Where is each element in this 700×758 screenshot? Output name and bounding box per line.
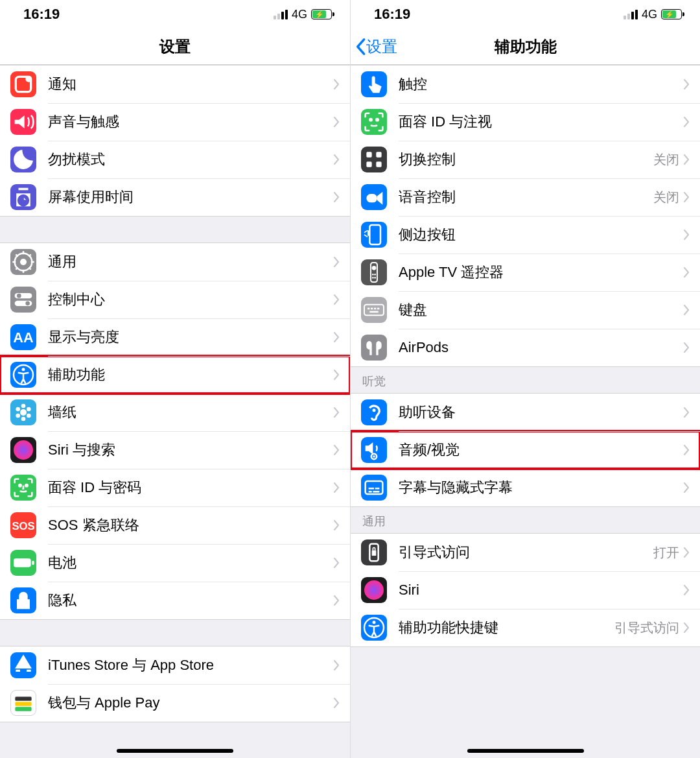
chevron-right-icon <box>683 547 690 558</box>
svg-point-14 <box>27 414 31 418</box>
svg-point-20 <box>25 484 27 486</box>
settings-row[interactable]: 面容 ID 与密码 <box>0 469 350 506</box>
faceid-attention-icon <box>361 109 387 135</box>
settings-row[interactable]: 切换控制关闭 <box>351 141 700 178</box>
svg-rect-24 <box>15 697 31 701</box>
svg-rect-57 <box>372 551 377 556</box>
status-right: 4G ⚡ <box>624 8 682 21</box>
row-label: SOS 紧急联络 <box>48 515 333 535</box>
chevron-right-icon <box>333 331 340 343</box>
settings-row[interactable]: AA显示与亮度 <box>0 318 350 356</box>
row-detail: 关闭 <box>653 189 679 206</box>
row-label: 音频/视觉 <box>399 440 683 460</box>
svg-point-27 <box>369 119 371 121</box>
chevron-right-icon <box>683 191 690 203</box>
row-label: 切换控制 <box>399 150 653 169</box>
settings-row[interactable]: 触控 <box>351 65 700 103</box>
sos-icon: SOS <box>10 512 36 538</box>
chevron-right-icon <box>333 369 340 381</box>
svg-point-16 <box>16 414 20 418</box>
svg-rect-25 <box>15 702 31 705</box>
chevron-right-icon <box>333 659 340 671</box>
settings-row[interactable]: 勿扰模式 <box>0 141 350 178</box>
chevron-right-icon <box>683 304 690 316</box>
group-header-hearing: 听觉 <box>351 367 700 393</box>
settings-row[interactable]: 钱包与 Apple Pay <box>0 684 350 722</box>
settings-row[interactable]: 墙纸 <box>0 394 350 431</box>
settings-row[interactable]: iTunes Store 与 App Store <box>0 646 350 684</box>
svg-point-12 <box>21 404 26 409</box>
settings-row[interactable]: 控制中心 <box>0 281 350 318</box>
row-label: Apple TV 遥控器 <box>399 263 683 282</box>
status-time: 16:19 <box>374 6 410 23</box>
chevron-right-icon <box>333 78 340 90</box>
row-label: 辅助功能快捷键 <box>399 618 614 637</box>
settings-row[interactable]: 语音控制关闭 <box>351 178 700 216</box>
svg-rect-36 <box>371 263 377 282</box>
row-label: 键盘 <box>399 300 683 320</box>
display-icon: AA <box>10 324 36 350</box>
settings-row[interactable]: 声音与触感 <box>0 103 350 141</box>
settings-row[interactable]: 面容 ID 与注视 <box>351 103 700 141</box>
settings-row[interactable]: 屏幕使用时间 <box>0 178 350 216</box>
svg-rect-47 <box>369 311 378 313</box>
settings-row[interactable]: 引导式访问打开 <box>351 534 700 571</box>
back-label: 设置 <box>366 36 397 57</box>
svg-point-18 <box>14 440 33 460</box>
svg-rect-46 <box>377 308 379 310</box>
chevron-right-icon <box>333 697 340 709</box>
chevron-right-icon <box>333 294 340 305</box>
chevron-right-icon <box>333 256 340 268</box>
svg-text:SOS: SOS <box>12 520 34 532</box>
svg-rect-52 <box>369 488 374 490</box>
row-label: 引导式访问 <box>399 543 653 562</box>
row-label: 电池 <box>48 553 333 573</box>
settings-row[interactable]: SOSSOS 紧急联络 <box>0 506 350 544</box>
home-indicator[interactable] <box>117 749 233 753</box>
row-label: 隐私 <box>48 591 333 610</box>
settings-row[interactable]: 侧边按钮 <box>351 216 700 254</box>
svg-point-39 <box>374 274 376 276</box>
svg-rect-29 <box>366 152 371 157</box>
row-label: 面容 ID 与密码 <box>48 478 333 497</box>
settings-row[interactable]: 键盘 <box>351 291 700 329</box>
row-label: 侧边按钮 <box>399 225 683 244</box>
row-label: 语音控制 <box>399 187 653 207</box>
settings-row[interactable]: Apple TV 遥控器 <box>351 254 700 291</box>
chevron-left-icon <box>355 38 366 56</box>
svg-point-37 <box>372 266 377 270</box>
side-button-icon <box>361 222 387 248</box>
airpods-icon <box>361 335 387 361</box>
svg-point-17 <box>16 407 20 412</box>
settings-row[interactable]: 辅助功能快捷键引导式访问 <box>351 609 700 646</box>
back-button[interactable]: 设置 <box>355 29 397 64</box>
status-right: 4G ⚡ <box>274 8 332 21</box>
settings-row[interactable]: Siri 与搜索 <box>0 431 350 469</box>
home-indicator[interactable] <box>467 749 584 753</box>
app-store-icon <box>10 652 36 678</box>
settings-row[interactable]: 通用 <box>0 243 350 281</box>
settings-row[interactable]: 通知 <box>0 65 350 103</box>
settings-row[interactable]: Siri <box>351 571 700 609</box>
nav-bar: 设置 辅助功能 <box>351 29 700 65</box>
settings-row[interactable]: AirPods <box>351 329 700 366</box>
sounds-icon <box>10 109 36 135</box>
svg-point-48 <box>373 409 376 412</box>
network-label: 4G <box>642 8 657 21</box>
settings-list[interactable]: 通知声音与触感勿扰模式屏幕使用时间 通用控制中心AA显示与亮度辅助功能墙纸Sir… <box>0 65 350 758</box>
settings-row[interactable]: 音频/视觉 <box>351 431 700 469</box>
settings-row[interactable]: 隐私 <box>0 582 350 619</box>
svg-rect-22 <box>14 558 31 567</box>
svg-rect-44 <box>371 308 373 310</box>
chevron-right-icon <box>683 342 690 353</box>
chevron-right-icon <box>333 191 340 203</box>
settings-row[interactable]: 辅助功能 <box>0 356 350 394</box>
accessibility-list[interactable]: 触控面容 ID 与注视切换控制关闭语音控制关闭侧边按钮Apple TV 遥控器键… <box>351 65 700 758</box>
settings-row[interactable]: 助听设备 <box>351 394 700 431</box>
row-label: iTunes Store 与 App Store <box>48 656 333 675</box>
settings-row[interactable]: 电池 <box>0 544 350 582</box>
settings-row[interactable]: 字幕与隐藏式字幕 <box>351 469 700 506</box>
chevron-right-icon <box>333 557 340 569</box>
nav-bar: 设置 <box>0 29 350 65</box>
svg-rect-33 <box>366 194 377 202</box>
